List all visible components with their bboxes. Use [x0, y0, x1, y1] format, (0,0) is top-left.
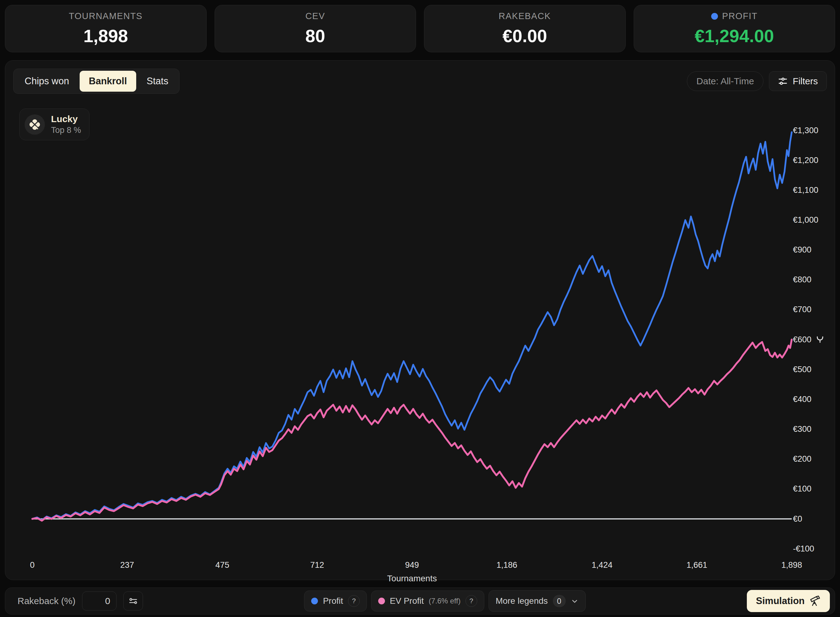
filters-label: Filters: [793, 76, 818, 86]
legend-label: EV Profit: [390, 596, 424, 606]
y-tick-label: €800: [793, 275, 811, 285]
y-tick-label: €300: [793, 424, 811, 435]
y-tick-label: €900: [793, 245, 811, 255]
stat-value: €0.00: [503, 25, 547, 46]
filters-icon: [778, 76, 788, 86]
stat-value: 80: [305, 25, 325, 46]
y-tick-label: €1,100: [793, 185, 818, 195]
tab-chips-won[interactable]: Chips won: [15, 71, 78, 92]
x-axis-title: Tournaments: [387, 574, 437, 583]
tab-bankroll[interactable]: Bankroll: [80, 71, 136, 92]
legend-sublabel: (7.6% eff): [429, 597, 461, 605]
stat-label: PROFIT: [711, 11, 757, 21]
x-tick-label: 1,424: [592, 560, 613, 570]
help-icon[interactable]: ?: [466, 595, 477, 607]
y-tick-label: €1,200: [793, 155, 818, 165]
y-tick-label: €1,000: [793, 215, 818, 225]
x-tick-label: 475: [215, 560, 229, 570]
rakeback-controls: Rakeback (%): [18, 592, 143, 611]
legend-label: Profit: [323, 596, 343, 606]
x-tick-label: 949: [405, 560, 419, 570]
more-legends-label: More legends: [496, 596, 548, 606]
help-icon[interactable]: ?: [348, 595, 360, 607]
date-range-button[interactable]: Date: All-Time: [687, 71, 763, 91]
psi-marker-icon: [816, 335, 824, 344]
bankroll-panel: Chips won Bankroll Stats Date: All-Time …: [5, 60, 835, 580]
more-legends-count: 0: [553, 595, 566, 607]
profit-dot-icon: [711, 13, 718, 20]
y-tick-label: €500: [793, 364, 811, 375]
legend-ev-profit[interactable]: EV Profit (7.6% eff) ?: [371, 590, 484, 611]
y-tick-label: €1,300: [793, 125, 818, 136]
x-tick-label: 1,186: [497, 560, 517, 570]
panel-header: Chips won Bankroll Stats Date: All-Time …: [13, 69, 827, 94]
header-right: Date: All-Time Filters: [687, 71, 827, 91]
tab-stats[interactable]: Stats: [137, 71, 178, 92]
x-tick-label: 1,661: [687, 560, 707, 570]
filters-button[interactable]: Filters: [769, 71, 827, 91]
stat-label: TOURNAMENTS: [69, 11, 143, 21]
stat-value: €1,294.00: [694, 25, 774, 46]
stat-label: CEV: [305, 11, 325, 21]
legend-profit[interactable]: Profit ?: [304, 590, 367, 611]
view-tabs: Chips won Bankroll Stats: [13, 69, 180, 94]
x-tick-label: 1,898: [781, 560, 802, 570]
rakeback-label: Rakeback (%): [18, 596, 75, 606]
stat-card-cev: CEV 80: [215, 5, 416, 52]
stat-label: RAKEBACK: [499, 11, 551, 21]
ev-profit-dot-icon: [378, 598, 385, 604]
y-tick-label: €100: [793, 484, 811, 494]
stat-label-text: PROFIT: [722, 11, 757, 21]
simulation-button[interactable]: Simulation: [747, 590, 830, 612]
sliders-icon: [128, 596, 138, 606]
y-tick-label: €700: [793, 304, 811, 315]
series-profit: [32, 132, 792, 520]
rakeback-settings-button[interactable]: [123, 592, 143, 611]
telescope-icon: [809, 595, 821, 607]
stat-card-rakeback: RAKEBACK €0.00: [424, 5, 626, 52]
simulation-label: Simulation: [756, 595, 805, 607]
y-tick-label: €0: [793, 514, 802, 524]
stat-cards-row: TOURNAMENTS 1,898 CEV 80 RAKEBACK €0.00 …: [5, 5, 835, 52]
y-tick-label: €600: [793, 334, 824, 345]
y-tick-label: €400: [793, 394, 811, 404]
rakeback-input[interactable]: [82, 592, 116, 611]
x-tick-label: 712: [310, 560, 324, 570]
chart-legend: Profit ? EV Profit (7.6% eff) ? More leg…: [304, 590, 585, 612]
bankroll-line-chart[interactable]: [32, 130, 792, 551]
bottom-bar: Rakeback (%) Profit ? EV Profit (7.6% ef…: [5, 587, 835, 614]
stat-value: 1,898: [83, 25, 128, 46]
more-legends-button[interactable]: More legends 0: [489, 590, 586, 612]
x-tick-label: 237: [120, 560, 134, 570]
y-tick-label: -€100: [793, 543, 814, 554]
y-tick-label: €200: [793, 454, 811, 465]
lucky-title: Lucky: [51, 114, 81, 124]
chevron-down-icon: [571, 597, 579, 605]
stat-card-profit: PROFIT €1,294.00: [634, 5, 836, 52]
stat-card-tournaments: TOURNAMENTS 1,898: [5, 5, 206, 52]
x-tick-label: 0: [30, 560, 34, 570]
profit-dot-icon: [311, 598, 318, 604]
